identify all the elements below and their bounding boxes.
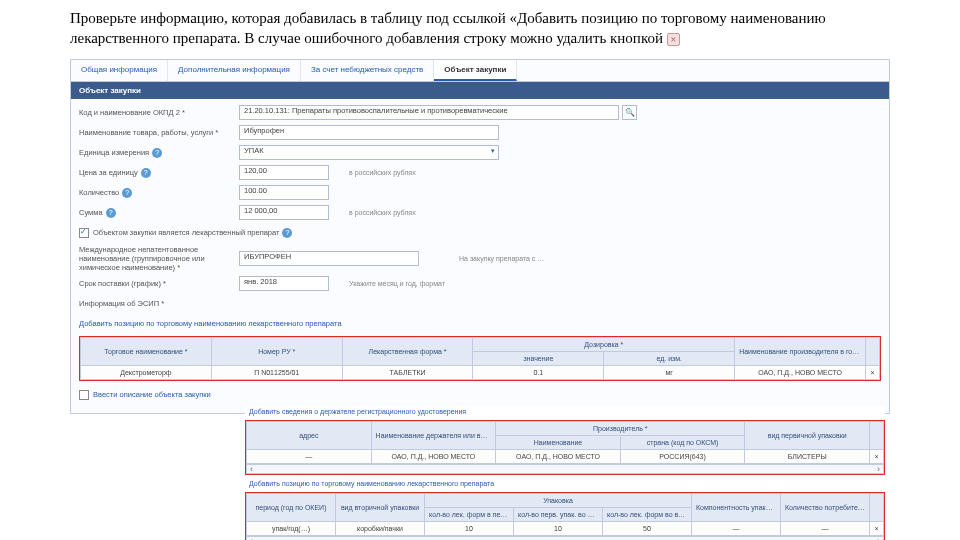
trade-name-table: Торговое наименование * Номер РУ * Лекар… bbox=[80, 337, 880, 380]
help-icon[interactable]: ? bbox=[122, 188, 132, 198]
th-pb: кол-во перв. упак. во втор. упак. bbox=[514, 508, 603, 522]
th-del bbox=[870, 494, 884, 522]
sum-label: Сумма? bbox=[79, 208, 239, 218]
cell: ОАО, П.Д., НОВО МЕСТО bbox=[496, 450, 621, 464]
delete-icon: × bbox=[667, 33, 680, 46]
th-pa: кол-во лек. форм в перв. упак. bbox=[425, 508, 514, 522]
th-del bbox=[870, 422, 884, 450]
row-delete-button[interactable]: × bbox=[870, 522, 884, 536]
instruction-text: Проверьте информацию, которая добавилась… bbox=[0, 0, 960, 55]
holder-table: адрес Наименование держателя или владель… bbox=[246, 421, 884, 464]
cell: — bbox=[692, 522, 781, 536]
help-icon[interactable]: ? bbox=[141, 168, 151, 178]
cell: 0.1 bbox=[473, 365, 604, 379]
cell: ОАО, П.Д., НОВО МЕСТО bbox=[735, 365, 866, 379]
deadline-input[interactable]: янв. 2018 bbox=[239, 276, 329, 291]
th-consumer: Количество потребительских упаковок bbox=[781, 494, 870, 522]
price-input[interactable]: 120,00 bbox=[239, 165, 329, 180]
help-icon[interactable]: ? bbox=[152, 148, 162, 158]
cell: мг bbox=[604, 365, 735, 379]
table-row: — ОАО, П.Д., НОВО МЕСТО ОАО, П.Д., НОВО … bbox=[247, 450, 884, 464]
th-period: период (год по ОКЕИ) bbox=[247, 494, 336, 522]
th-addr: адрес bbox=[247, 422, 372, 450]
th-del bbox=[866, 337, 880, 365]
okpd-input[interactable]: 21.20.10.131: Препараты противовоспалите… bbox=[239, 105, 619, 120]
row-delete-button[interactable]: × bbox=[870, 450, 884, 464]
cell: БЛИСТЕРЫ bbox=[745, 450, 870, 464]
th-dosage: Дозировка * bbox=[473, 337, 735, 351]
enter-description-label: Ввести описание объекта закупки bbox=[93, 390, 211, 399]
name-input[interactable]: Ибупрофен bbox=[239, 125, 499, 140]
enter-description-checkbox[interactable] bbox=[79, 390, 89, 400]
qty-label: Количество? bbox=[79, 188, 239, 198]
tab-nonbudget[interactable]: За счет небюджетных средств bbox=[301, 60, 434, 81]
trade-name-table-box: Торговое наименование * Номер РУ * Лекар… bbox=[79, 336, 881, 381]
is-drug-checkbox[interactable] bbox=[79, 228, 89, 238]
unit-select[interactable]: УПАК bbox=[239, 145, 499, 160]
scrollbar[interactable] bbox=[246, 464, 884, 474]
cell: РОССИЯ(643) bbox=[620, 450, 745, 464]
tab-object[interactable]: Объект закупки bbox=[434, 60, 517, 81]
add-position-link[interactable]: Добавить позицию по торговому наименован… bbox=[79, 319, 342, 328]
help-icon[interactable]: ? bbox=[106, 208, 116, 218]
cell: упак/год(…) bbox=[247, 522, 336, 536]
extra-label: Информация об ЭСИП * bbox=[79, 299, 239, 308]
th-producer: Наименование производителя в государстве bbox=[735, 337, 866, 365]
okpd-label: Код и наименование ОКПД 2 * bbox=[79, 108, 239, 117]
th-pack: вид первичной упаковки bbox=[745, 422, 870, 450]
package-table: период (год по ОКЕИ) вид вторичной упако… bbox=[246, 493, 884, 536]
price-label: Цена за единицу? bbox=[79, 168, 239, 178]
cell: коробки/пачки bbox=[336, 522, 425, 536]
unit-label: Единица измерения? bbox=[79, 148, 239, 158]
th-prod-grp: Производитель * bbox=[496, 422, 745, 436]
table-row: упак/год(…) коробки/пачки 10 10 50 — — × bbox=[247, 522, 884, 536]
is-drug-label: Объектом закупки является лекарственный … bbox=[93, 228, 279, 237]
th-form: Лекарственная форма * bbox=[342, 337, 473, 365]
help-icon[interactable]: ? bbox=[282, 228, 292, 238]
th-pc: кол-во лек. форм во втор. упак. bbox=[603, 508, 692, 522]
tab-general[interactable]: Общая информация bbox=[71, 60, 168, 81]
name-label: Наименование товара, работы, услуги * bbox=[79, 128, 239, 137]
cell: ТАБЛЕТКИ bbox=[342, 365, 473, 379]
qty-input[interactable]: 100.00 bbox=[239, 185, 329, 200]
deadline-note: Укажите месяц и год, формат bbox=[349, 280, 445, 287]
mnn-label: Международное непатентованное наименован… bbox=[79, 245, 239, 272]
th-pack-grp: Упаковка bbox=[425, 494, 692, 508]
tab-additional[interactable]: Дополнительная информация bbox=[168, 60, 301, 81]
add-holder-link[interactable]: Добавить сведения о держателе регистраци… bbox=[245, 406, 885, 417]
tab-bar: Общая информация Дополнительная информац… bbox=[71, 60, 889, 82]
mnn-note: На закупку препарата с … bbox=[459, 255, 544, 262]
th-secpack: вид вторичной упаковки bbox=[336, 494, 425, 522]
th-holder: Наименование держателя или владельца РУ bbox=[371, 422, 496, 450]
mnn-input[interactable]: ИБУПРОФЕН bbox=[239, 251, 419, 266]
add-position-link-2[interactable]: Добавить позицию по торговому наименован… bbox=[245, 478, 885, 489]
cell: 10 bbox=[425, 522, 514, 536]
section-title: Объект закупки bbox=[71, 82, 889, 99]
price-note: в российских рублях bbox=[349, 169, 416, 176]
package-table-box: период (год по ОКЕИ) вид вторичной упако… bbox=[245, 492, 885, 540]
table-row: Декстрометорф П N011255/01 ТАБЛЕТКИ 0.1 … bbox=[81, 365, 880, 379]
sum-input[interactable]: 12 000,00 bbox=[239, 205, 329, 220]
sum-note: в российских рублях bbox=[349, 209, 416, 216]
deadline-label: Срок поставки (график) * bbox=[79, 279, 239, 288]
cell: Декстрометорф bbox=[81, 365, 212, 379]
cell: ОАО, П.Д., НОВО МЕСТО bbox=[371, 450, 496, 464]
cell: П N011255/01 bbox=[211, 365, 342, 379]
cell: 10 bbox=[514, 522, 603, 536]
main-panel: Общая информация Дополнительная информац… bbox=[70, 59, 890, 414]
search-icon[interactable]: 🔍 bbox=[622, 105, 637, 120]
th-prod-name: Наименование bbox=[496, 436, 621, 450]
cell: — bbox=[247, 450, 372, 464]
cell: — bbox=[781, 522, 870, 536]
scrollbar[interactable] bbox=[246, 536, 884, 540]
object-form: Код и наименование ОКПД 2 * 21.20.10.131… bbox=[71, 99, 889, 413]
th-ru: Номер РУ * bbox=[211, 337, 342, 365]
th-tradename: Торговое наименование * bbox=[81, 337, 212, 365]
th-country: страна (код по ОКСМ) bbox=[620, 436, 745, 450]
row-delete-button[interactable]: × bbox=[866, 365, 880, 379]
floating-tables: Добавить сведения о держателе регистраци… bbox=[245, 406, 885, 540]
th-comp: Компонентность упаковки * bbox=[692, 494, 781, 522]
th-dosage-val: значение bbox=[473, 351, 604, 365]
holder-table-box: адрес Наименование держателя или владель… bbox=[245, 420, 885, 475]
th-dosage-unit: ед. изм. bbox=[604, 351, 735, 365]
